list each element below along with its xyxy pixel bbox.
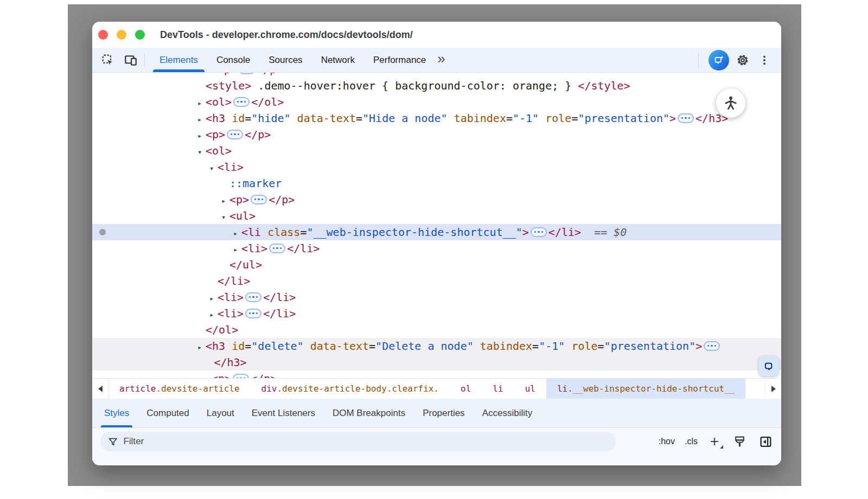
expand-arrow-icon[interactable]: ▸	[197, 111, 206, 127]
element-classes-toggle[interactable]: .cls	[685, 437, 698, 446]
ellipsis-expand-button[interactable]	[233, 374, 249, 379]
dom-tree-row[interactable]: ▸<li></li>	[92, 305, 781, 322]
ellipsis-expand-button[interactable]	[227, 130, 243, 139]
code-token: </p>	[251, 372, 277, 378]
code-token: <p>	[212, 372, 231, 378]
code-token: "-1"	[513, 112, 539, 125]
code-token: <h3	[206, 340, 225, 353]
expand-arrow-icon[interactable]: ▸	[209, 290, 218, 306]
toggle-sidebar-button[interactable]	[757, 433, 774, 450]
minimize-window-button[interactable]	[117, 30, 126, 40]
expand-arrow-icon[interactable]: ▸	[209, 306, 218, 323]
collapse-arrow-icon[interactable]: ▾	[209, 160, 218, 176]
dom-tree-row[interactable]: ▸<h3 id="hide" data-text="Hide a node" t…	[92, 110, 781, 126]
code-token	[474, 340, 480, 353]
breadcrumb-tag: li	[493, 383, 503, 394]
breadcrumb-classes: .devsite-article-body.clearfix.	[277, 383, 439, 394]
close-window-button[interactable]	[98, 30, 108, 40]
pseudo-state-toggle[interactable]: :hov	[659, 437, 675, 446]
rendering-brush-button[interactable]	[731, 433, 748, 450]
sidebar-tab-styles[interactable]: Styles	[95, 399, 138, 427]
expand-arrow-icon[interactable]: ▸	[203, 372, 212, 378]
expand-arrow-icon[interactable]: ▸	[197, 127, 206, 144]
ellipsis-expand-button[interactable]	[245, 309, 261, 318]
accessibility-overlay-button[interactable]	[716, 88, 745, 118]
dom-tree-row[interactable]: ▸<li></li>	[92, 240, 781, 257]
ellipsis-expand-button[interactable]	[245, 292, 261, 302]
dom-tree-row[interactable]: ::marker	[92, 175, 781, 191]
dom-tree-row[interactable]: ▸<h3 id="delete" data-text="Delete a nod…	[92, 338, 781, 354]
dom-tree-row[interactable]: </h3>	[92, 354, 781, 370]
sidebar-tab-accessibility[interactable]: Accessibility	[474, 399, 541, 427]
breadcrumb-scroll-right-button[interactable]	[765, 379, 781, 399]
breadcrumb-tag: ol	[461, 383, 471, 394]
styles-filter-field[interactable]	[100, 432, 616, 451]
tab-sources[interactable]: Sources	[259, 48, 311, 72]
ellipsis-expand-button[interactable]	[239, 73, 255, 74]
settings-gear-icon[interactable]	[733, 51, 752, 69]
code-token: "hide"	[251, 112, 290, 125]
tab-network[interactable]: Network	[312, 48, 364, 72]
breadcrumb-item-li[interactable]: li.__web-inspector-hide-shortcut__	[546, 379, 746, 399]
new-style-rule-button[interactable]: +	[707, 434, 722, 449]
expand-arrow-icon[interactable]: ▸	[197, 339, 206, 355]
code-token: <p>	[229, 193, 249, 206]
breadcrumb-item-ol[interactable]: ol	[450, 379, 482, 399]
dom-tree-row[interactable]: <style> .demo--hover:hover { background-…	[92, 78, 781, 94]
dom-tree-row[interactable]: ▾<ul>	[92, 208, 781, 224]
dom-tree-row[interactable]: </li>	[92, 273, 781, 289]
screenshot-stage: DevTools - developer.chrome.com/docs/dev…	[0, 0, 868, 499]
dom-tree-row[interactable]: ▸<li class="__web-inspector-hide-shortcu…	[92, 224, 781, 240]
ellipsis-expand-button[interactable]	[251, 195, 267, 204]
ai-assistant-icon[interactable]	[709, 50, 729, 71]
ellipsis-expand-button[interactable]	[233, 97, 250, 107]
device-toolbar-icon[interactable]	[123, 52, 139, 68]
kebab-menu-icon[interactable]	[755, 51, 774, 69]
dom-tree-row[interactable]: ▸<p></p>	[92, 73, 781, 78]
expand-arrow-icon[interactable]: ▸	[233, 241, 241, 258]
filter-input[interactable]	[123, 436, 608, 447]
more-tabs-icon[interactable]: »	[435, 50, 449, 69]
breadcrumb-item-div[interactable]: div.devsite-article-body.clearfix.	[251, 379, 450, 399]
ellipsis-expand-button[interactable]	[531, 227, 547, 237]
sidebar-tab-dom-breakpoints[interactable]: DOM Breakpoints	[324, 399, 414, 427]
ask-ai-node-button[interactable]	[758, 356, 779, 376]
dom-tree-row[interactable]: </ul>	[92, 257, 781, 273]
dom-tree-row[interactable]: ▸<p></p>	[92, 126, 781, 143]
expand-arrow-icon[interactable]: ▸	[221, 193, 229, 209]
inspect-element-icon[interactable]	[100, 52, 116, 68]
code-token: <ol>	[206, 95, 232, 108]
sidebar-tab-properties[interactable]: Properties	[414, 399, 473, 427]
breadcrumb-item-ul[interactable]: ul	[514, 379, 546, 399]
breadcrumb-item-article[interactable]: article.devsite-article	[108, 379, 251, 399]
dom-tree-row[interactable]: ▸<p></p>	[92, 370, 781, 378]
tab-console[interactable]: Console	[207, 48, 259, 72]
zoom-window-button[interactable]	[135, 30, 145, 40]
code-token: =	[245, 340, 251, 353]
ellipsis-expand-button[interactable]	[269, 244, 285, 253]
ellipsis-expand-button[interactable]	[704, 341, 720, 351]
ellipsis-expand-button[interactable]	[678, 113, 694, 123]
dom-tree-row[interactable]: </ol>	[92, 322, 781, 338]
tab-performance[interactable]: Performance	[364, 48, 435, 72]
code-token: </h3>	[214, 356, 246, 369]
sidebar-tab-computed[interactable]: Computed	[138, 399, 197, 427]
dom-tree-row[interactable]: ▾<ol>	[92, 143, 781, 159]
expand-arrow-icon[interactable]: ▸	[233, 225, 241, 241]
dom-tree-row[interactable]: ▸<li></li>	[92, 289, 781, 305]
dom-tree-row[interactable]: ▸<p></p>	[92, 191, 781, 208]
sidebar-tab-event-listeners[interactable]: Event Listeners	[243, 399, 324, 427]
expand-arrow-icon[interactable]: ▸	[197, 95, 206, 111]
breadcrumb-item-li[interactable]: li	[482, 379, 514, 399]
collapse-arrow-icon[interactable]: ▾	[221, 209, 229, 225]
paint-brush-icon	[733, 435, 746, 449]
window-title: DevTools - developer.chrome.com/docs/dev…	[160, 22, 413, 48]
code-token	[539, 112, 545, 125]
collapse-arrow-icon[interactable]: ▾	[197, 144, 206, 160]
dom-tree-row[interactable]: ▾<li>	[92, 159, 781, 175]
tab-elements[interactable]: Elements	[150, 48, 207, 72]
breadcrumb-bar: article.devsite-articlediv.devsite-artic…	[92, 378, 781, 399]
dom-tree-row[interactable]: ▸<ol></ol>	[92, 94, 781, 110]
sidebar-tab-layout[interactable]: Layout	[198, 399, 243, 427]
breadcrumb-scroll-left-button[interactable]	[92, 379, 108, 399]
